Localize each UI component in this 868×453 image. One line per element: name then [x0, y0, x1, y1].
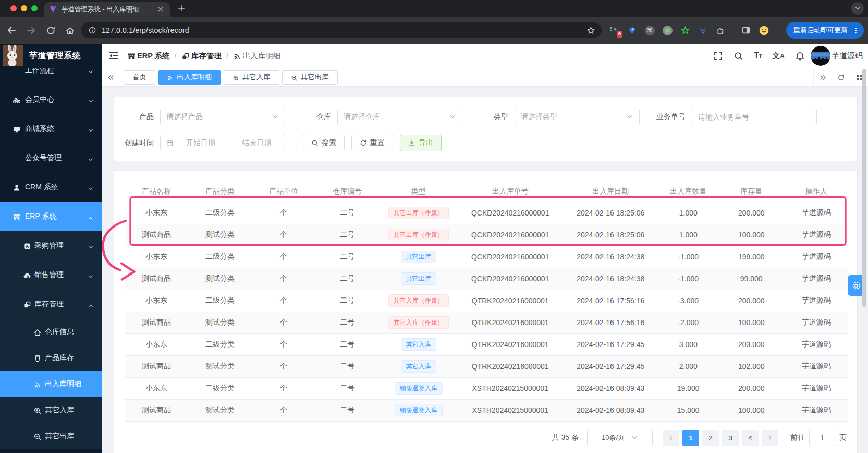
- column-header[interactable]: 出入库单号: [458, 181, 563, 202]
- column-header[interactable]: 库存量: [718, 181, 785, 202]
- column-header[interactable]: 类型: [379, 181, 458, 202]
- site-info-icon[interactable]: [88, 26, 96, 34]
- tags-scroll-left-button[interactable]: [102, 68, 119, 86]
- command-extension-icon[interactable]: ⌘: [644, 25, 655, 35]
- browser-menu-icon[interactable]: [852, 27, 860, 34]
- page-button-1[interactable]: 1: [682, 430, 699, 446]
- goto-page-input[interactable]: [809, 430, 835, 446]
- sidebar-item-ERP 系统[interactable]: ERP 系统: [0, 202, 102, 231]
- table-cell: 二号: [315, 399, 379, 421]
- tag-view-其它出库[interactable]: 其它出库: [282, 70, 338, 85]
- prev-page-button[interactable]: [663, 430, 679, 446]
- column-header[interactable]: 出入库日期: [563, 181, 658, 202]
- fullscreen-icon[interactable]: [713, 51, 723, 61]
- table-row[interactable]: 小东东二级分类个二号其它入库QTRK202402160000012024-02-…: [125, 333, 848, 355]
- product-select[interactable]: 请选择产品: [160, 109, 285, 125]
- maximize-window-button[interactable]: [31, 5, 38, 11]
- column-header[interactable]: 操作人: [785, 181, 848, 202]
- type-select[interactable]: 请选择类型: [515, 109, 640, 125]
- sidebar-item-出入库明细[interactable]: 出入库明细: [0, 371, 102, 397]
- date-range-picker[interactable]: 开始日期 – 结束日期: [160, 135, 285, 151]
- reset-button[interactable]: 重置: [351, 135, 393, 151]
- breadcrumb-item[interactable]: 库存管理: [181, 51, 222, 61]
- star-extension-icon[interactable]: [680, 25, 690, 35]
- column-header[interactable]: 产品分类: [188, 181, 252, 202]
- profile-avatar-icon[interactable]: [759, 25, 769, 35]
- sidebar-item-CRM 系统[interactable]: CRM 系统: [0, 173, 102, 202]
- side-panel-icon[interactable]: [741, 25, 751, 35]
- sidebar-item-其它出库[interactable]: 其它出库: [0, 423, 102, 449]
- table-cell: 2024-02-16 18:25:06: [563, 202, 658, 224]
- bookmark-star-icon[interactable]: [586, 26, 595, 35]
- tag-view-首页[interactable]: 首页: [124, 70, 155, 85]
- address-bar[interactable]: 127.0.0.1/erp/stock/record: [81, 22, 602, 38]
- close-window-button[interactable]: [10, 5, 17, 11]
- new-tab-button[interactable]: [177, 4, 186, 13]
- export-button[interactable]: 导出: [400, 135, 442, 151]
- sidebar-item-产品库存[interactable]: 产品库存: [0, 345, 102, 371]
- sidebar-item-label: 其它出库: [45, 432, 74, 441]
- extensions-puzzle-icon[interactable]: [715, 25, 726, 35]
- sidebar-item-label: 其它入库: [45, 406, 74, 415]
- house-icon: [33, 328, 42, 336]
- table-row[interactable]: 小东东二级分类个二号其它出库QCKD202402160000012024-02-…: [125, 246, 848, 268]
- column-header[interactable]: 产品单位: [252, 181, 315, 202]
- page-size-select[interactable]: 10条/页: [587, 430, 653, 446]
- table-row[interactable]: 测试商品测试分类个二号其它出库QCKD202402160000012024-02…: [125, 268, 848, 290]
- vue-devtools-icon[interactable]: [627, 25, 637, 35]
- sidebar-item-会员中心[interactable]: 会员中心: [0, 85, 102, 114]
- extension-blocklist-icon[interactable]: 6: [609, 25, 619, 35]
- table-row[interactable]: 小东东二级分类个二号其它入库（作废）QTRK202402160000012024…: [125, 290, 848, 312]
- refresh-page-button[interactable]: [832, 68, 850, 86]
- sidebar-item-库存管理[interactable]: 库存管理: [0, 290, 102, 319]
- locale-icon[interactable]: 文A: [772, 51, 785, 61]
- app-logo[interactable]: 芋道管理系统: [0, 44, 102, 68]
- browser-reload-button[interactable]: [46, 26, 56, 35]
- bell-icon[interactable]: [795, 51, 805, 61]
- browser-home-button[interactable]: [65, 26, 75, 35]
- column-header[interactable]: 仓库编号: [315, 181, 379, 202]
- sidebar-item-公众号管理[interactable]: 公众号管理: [0, 144, 102, 173]
- table-row[interactable]: 测试商品测试分类个二号其它入库（作废）QTRK20240216000001202…: [125, 312, 848, 333]
- bizno-input[interactable]: [698, 113, 811, 121]
- tab-close-icon[interactable]: [156, 5, 165, 14]
- table-row[interactable]: 测试商品测试分类个二号销售退货入库XSTH202402150000012024-…: [125, 399, 848, 421]
- browser-forward-button[interactable]: [26, 25, 36, 35]
- next-page-button[interactable]: [762, 430, 778, 446]
- browser-tab[interactable]: 芋道管理系统 - 出入库明细: [44, 2, 170, 17]
- tab-search-button[interactable]: [851, 2, 864, 15]
- tag-view-出入库明细[interactable]: 出入库明细: [158, 70, 221, 85]
- collapse-sidebar-button[interactable]: [108, 51, 119, 61]
- table-row[interactable]: 测试商品测试分类个二号其它入库QTRK202402160000012024-02…: [125, 355, 848, 377]
- page-button-3[interactable]: 3: [722, 430, 739, 446]
- sidebar-item-商城系统[interactable]: 商城系统: [0, 114, 102, 144]
- minimize-window-button[interactable]: [21, 5, 27, 11]
- browser-back-button[interactable]: [6, 25, 17, 35]
- username-label[interactable]: 芋道源码: [832, 51, 863, 61]
- sidebar-item-销售管理[interactable]: 销售管理: [0, 260, 102, 290]
- breadcrumb-item[interactable]: 出入库明细: [233, 51, 281, 61]
- font-size-icon[interactable]: TT: [754, 51, 762, 61]
- table-row[interactable]: 小东东二级分类个二号其它出库（作废）QCKD202402160000012024…: [125, 202, 848, 224]
- layers-extension-icon[interactable]: [698, 25, 708, 35]
- warehouse-select[interactable]: 请选择仓库: [337, 109, 462, 125]
- browser-update-button[interactable]: 重新启动即可更新: [786, 22, 864, 39]
- sidebar-item-仓库信息[interactable]: 仓库信息: [0, 319, 102, 345]
- user-avatar[interactable]: [811, 46, 830, 66]
- search-button[interactable]: 搜索: [303, 135, 345, 151]
- recorder-extension-icon[interactable]: [662, 25, 673, 35]
- page-button-4[interactable]: 4: [742, 430, 759, 446]
- tag-view-其它入库[interactable]: 其它入库: [224, 70, 279, 85]
- table-row[interactable]: 测试商品测试分类个二号其它出库（作废）QCKD20240216000001202…: [125, 224, 848, 246]
- column-header[interactable]: 产品名称: [125, 181, 188, 202]
- table-row[interactable]: 小东东二级分类个二号销售退货入库XSTH202402150000012024-0…: [125, 377, 848, 399]
- breadcrumb-item[interactable]: ERP 系统: [127, 51, 170, 61]
- search-icon[interactable]: [733, 51, 743, 61]
- tags-scroll-right-button[interactable]: [813, 68, 832, 86]
- column-header[interactable]: 出入库数量: [658, 181, 718, 202]
- type-badge: 其它入库: [401, 360, 436, 373]
- sidebar-item-采购管理[interactable]: 采购管理: [0, 231, 102, 260]
- page-button-2[interactable]: 2: [702, 430, 719, 446]
- page-scrollbar[interactable]: [862, 69, 866, 307]
- sidebar-item-其它入库[interactable]: 其它入库: [0, 397, 102, 423]
